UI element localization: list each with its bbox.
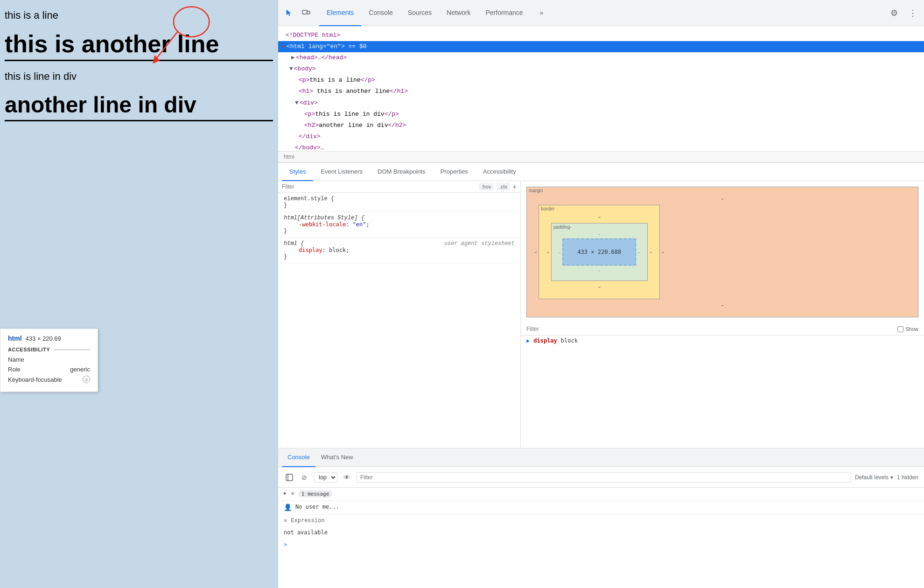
a11y-keyboard-row: Keyboard-focusable ⊘ [8, 376, 90, 383]
tab-console-bottom[interactable]: Console [282, 448, 315, 467]
tab-accessibility[interactable]: Accessibility [476, 162, 524, 181]
hov-badge[interactable]: :hov [479, 183, 494, 190]
show-all-checkbox[interactable]: Show [897, 326, 918, 332]
tab-console[interactable]: Console [361, 0, 400, 26]
computed-expand-icon[interactable]: ▶ [526, 337, 530, 344]
margin-label: margin [529, 188, 543, 193]
dom-line-h1[interactable]: <h1> this is another line</h1> [278, 86, 924, 97]
cls-badge[interactable]: .cls [497, 183, 510, 190]
console-input-row: > [278, 539, 924, 551]
user-message-text: No user me... [295, 504, 918, 510]
device-icon [302, 9, 310, 17]
computed-filter-input[interactable] [526, 326, 894, 332]
chevron-down-icon: ▾ [890, 474, 893, 481]
border-right: - [650, 248, 652, 256]
a11y-tooltip: html 433 × 220.69 ACCESSIBILITY Name Rol… [0, 329, 98, 392]
devtools-topbar: Elements Console Sources Network Perform… [278, 0, 924, 26]
css-rule-html-attrs: html[Attributes Style] { -webkit-locale:… [278, 212, 520, 238]
devtools-panel: Elements Console Sources Network Perform… [278, 0, 924, 588]
more-options-button[interactable]: ⋮ [905, 6, 920, 21]
inspect-button[interactable] [282, 6, 297, 21]
box-content: 433 × 220.688 [562, 238, 636, 266]
dom-line-p2[interactable]: <p>this is line in div</p> [278, 109, 924, 120]
dom-line-body-partial[interactable]: </body>… [278, 142, 924, 149]
console-topbar: Console What's New [278, 448, 924, 467]
dom-breadcrumb[interactable]: html [278, 152, 924, 162]
dom-line-doctype[interactable]: <!DOCTYPE html> [278, 30, 924, 41]
devtools-icon-group [282, 6, 314, 21]
tab-styles[interactable]: Styles [282, 162, 313, 181]
margin-top: - [721, 195, 723, 203]
console-message-row: ▶ ≡ 1 message [278, 488, 924, 501]
list-icon: ≡ [291, 490, 294, 497]
tab-network[interactable]: Network [439, 0, 478, 26]
padding-top: - [598, 231, 600, 237]
console-toolbar: ⊘ top 👁 Default levels ▾ 1 hidden [278, 467, 924, 488]
tab-sources[interactable]: Sources [400, 0, 439, 26]
computed-filter-bar: Show [521, 323, 924, 336]
box-model-panel: margin - - border - [521, 181, 924, 448]
console-user-row: 👤 No user me... [278, 501, 924, 514]
styles-filter-input[interactable] [282, 183, 475, 190]
box-padding: padding- - - 433 × 220.688 [551, 223, 648, 281]
a11y-keyboard-icon: ⊘ [83, 376, 90, 383]
tab-elements[interactable]: Elements [319, 0, 361, 26]
margin-left: - [534, 248, 537, 256]
cursor-icon [285, 9, 294, 17]
padding-bottom: - [598, 267, 600, 273]
devtools-settings: ⚙ ⋮ [887, 6, 920, 21]
expression-label: Expression [291, 517, 324, 524]
show-all-toggle[interactable] [897, 326, 903, 332]
dom-line-head[interactable]: ▶ <head>…</head> [278, 52, 924, 63]
tab-performance[interactable]: Performance [478, 0, 530, 26]
tab-event-listeners[interactable]: Event Listeners [313, 162, 370, 181]
dom-tree-section: <!DOCTYPE html> ▶ <html lang="en" > == $… [278, 26, 924, 152]
message-expand-icon[interactable]: ▶ [284, 490, 287, 496]
dom-line-h2[interactable]: <h2>another line in div</h2> [278, 120, 924, 131]
tab-properties[interactable]: Properties [433, 162, 476, 181]
a11y-element-info: html 433 × 220.69 [8, 335, 90, 342]
margin-right: - [662, 248, 664, 256]
dom-line-div-open[interactable]: ▼ <div> [278, 98, 924, 109]
a11y-role-row: Role generic [8, 366, 90, 373]
dom-line-div-close[interactable]: </div> [278, 131, 924, 142]
css-rule-html-ua: html { user agent stylesheet display: bl… [278, 238, 520, 263]
console-clear-button[interactable]: ⊘ [299, 472, 310, 483]
padding-right: - [638, 249, 640, 255]
box-content-size: 433 × 220.688 [577, 249, 621, 255]
computed-display-value: block [561, 337, 578, 344]
dom-line-body-open[interactable]: ▼ <body> [278, 63, 924, 75]
computed-display: ▶ display block [521, 336, 924, 346]
console-eye-button[interactable]: 👁 [341, 472, 352, 483]
dom-line-p1[interactable]: <p>this is a line</p> [278, 75, 924, 86]
content-area: :hov .cls + element.style { } html[Attri… [278, 181, 924, 448]
user-avatar-icon: 👤 [284, 504, 292, 511]
svg-rect-4 [307, 11, 310, 14]
tab-more[interactable]: » [532, 0, 551, 26]
tab-whats-new[interactable]: What's New [315, 448, 359, 467]
webpage-line3: this is line in div [5, 70, 273, 83]
webpage-line4: another line in div [5, 92, 273, 121]
a11y-element-size: 433 × 220.69 [26, 335, 61, 342]
console-context-select[interactable]: top [314, 472, 337, 483]
add-rule-button[interactable]: + [513, 183, 517, 190]
a11y-divider [54, 350, 90, 350]
webpage-line2: this is another line [5, 31, 273, 61]
device-toggle-button[interactable] [299, 6, 314, 21]
dom-line-html[interactable]: ▶ <html lang="en" > == $0 [278, 41, 924, 52]
settings-button[interactable]: ⚙ [887, 6, 902, 21]
console-filter-input[interactable] [356, 472, 851, 483]
tab-dom-breakpoints[interactable]: DOM Breakpoints [370, 162, 433, 181]
computed-display-name: display [533, 337, 557, 344]
padding-left: - [559, 249, 561, 255]
border-top: - [598, 213, 601, 221]
padding-label: padding- [553, 224, 572, 230]
console-body: ▶ ≡ 1 message 👤 No user me... ✕ Expressi… [278, 488, 924, 588]
a11y-name-row: Name [8, 356, 90, 363]
expression-close-icon[interactable]: ✕ [284, 517, 287, 524]
console-levels-dropdown[interactable]: Default levels ▾ [855, 474, 893, 481]
sidebar-icon [286, 474, 293, 481]
svg-rect-3 [302, 10, 307, 14]
console-sidebar-button[interactable] [284, 472, 295, 483]
webpage-line1: this is a line [5, 9, 273, 21]
